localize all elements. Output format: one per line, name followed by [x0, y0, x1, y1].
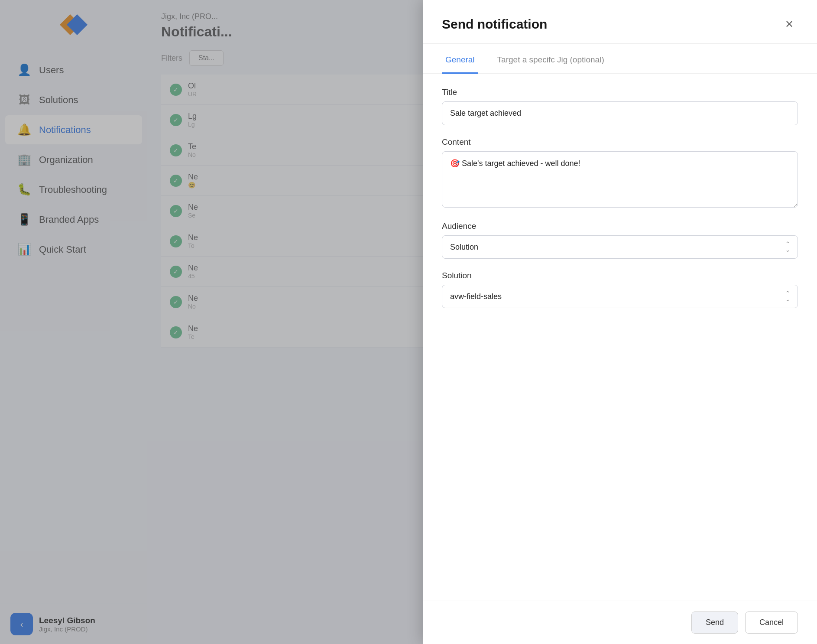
audience-form-group: Audience Solution All Users Specific Use…	[442, 221, 798, 259]
solution-select[interactable]: avw-field-sales other-solution	[442, 285, 798, 308]
send-notification-modal: Send notification ✕ General Target a spe…	[423, 0, 817, 644]
close-icon: ✕	[785, 18, 794, 30]
tab-general[interactable]: General	[442, 47, 478, 74]
cancel-button[interactable]: Cancel	[745, 611, 798, 634]
solution-form-group: Solution avw-field-sales other-solution	[442, 271, 798, 308]
audience-select[interactable]: Solution All Users Specific User	[442, 235, 798, 259]
send-button[interactable]: Send	[691, 611, 738, 634]
modal-header: Send notification ✕	[423, 0, 817, 44]
tab-target-jig[interactable]: Target a specifc Jig (optional)	[494, 47, 608, 74]
solution-select-wrapper: avw-field-sales other-solution	[442, 285, 798, 308]
modal-title: Send notification	[442, 17, 547, 32]
audience-select-wrapper: Solution All Users Specific User	[442, 235, 798, 259]
audience-label: Audience	[442, 221, 798, 231]
modal-overlay: Send notification ✕ General Target a spe…	[0, 0, 817, 644]
modal-close-button[interactable]: ✕	[781, 16, 798, 33]
title-form-group: Title	[442, 88, 798, 125]
content-label: Content	[442, 137, 798, 147]
modal-footer: Send Cancel	[423, 601, 817, 644]
title-label: Title	[442, 88, 798, 97]
title-input[interactable]	[442, 101, 798, 125]
content-textarea[interactable]: 🎯 Sale's target achieved - well done!	[442, 151, 798, 208]
solution-label: Solution	[442, 271, 798, 280]
modal-tabs: General Target a specifc Jig (optional)	[423, 47, 817, 74]
content-form-group: Content 🎯 Sale's target achieved - well …	[442, 137, 798, 209]
modal-body: Title Content 🎯 Sale's target achieved -…	[423, 74, 817, 601]
